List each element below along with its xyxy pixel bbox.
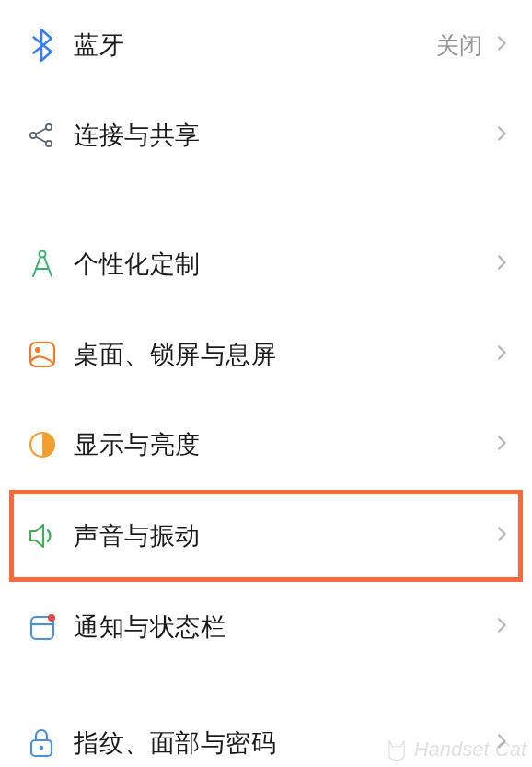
svg-rect-6 <box>30 343 54 366</box>
item-notification-status[interactable]: 通知与状态栏 <box>0 582 532 672</box>
chevron-right-icon <box>492 252 512 276</box>
item-label: 声音与振动 <box>74 519 492 552</box>
chevron-right-icon <box>492 524 512 548</box>
svg-point-13 <box>40 746 43 750</box>
item-connect-share[interactable]: 连接与共享 <box>0 90 532 180</box>
chevron-right-icon <box>492 123 512 147</box>
svg-point-7 <box>35 347 40 353</box>
share-icon <box>28 121 74 150</box>
item-label: 通知与状态栏 <box>74 610 492 644</box>
group-divider <box>0 180 532 219</box>
item-label: 个性化定制 <box>74 248 492 281</box>
compass-icon <box>28 249 74 280</box>
chevron-right-icon <box>492 343 512 366</box>
brightness-icon <box>28 430 74 459</box>
item-display-brightness[interactable]: 显示与亮度 <box>0 400 532 490</box>
chevron-right-icon <box>492 33 512 57</box>
settings-list: 蓝牙 关闭 连接与共享 个性化定制 <box>0 0 532 767</box>
item-value: 关闭 <box>436 30 482 61</box>
lock-icon <box>28 727 74 759</box>
wallpaper-icon <box>28 340 74 369</box>
speaker-icon <box>28 521 74 551</box>
svg-line-4 <box>36 137 46 143</box>
svg-point-11 <box>48 614 55 622</box>
chevron-right-icon <box>492 615 512 639</box>
item-desktop-lock[interactable]: 桌面、锁屏与息屏 <box>0 309 532 400</box>
item-personalize[interactable]: 个性化定制 <box>0 219 532 309</box>
item-label: 桌面、锁屏与息屏 <box>74 338 492 371</box>
svg-point-1 <box>46 124 52 130</box>
bluetooth-icon <box>28 29 74 62</box>
svg-point-0 <box>30 133 36 138</box>
item-bluetooth[interactable]: 蓝牙 关闭 <box>0 0 532 90</box>
notification-icon <box>28 612 74 642</box>
watermark: Handset Cat <box>385 738 526 761</box>
group-divider <box>0 672 532 711</box>
item-label: 连接与共享 <box>74 119 492 152</box>
svg-line-3 <box>36 129 46 134</box>
chevron-right-icon <box>492 433 512 457</box>
svg-point-2 <box>46 141 52 146</box>
item-label: 蓝牙 <box>74 29 436 62</box>
item-label: 显示与亮度 <box>74 428 492 461</box>
watermark-text: Handset Cat <box>414 738 526 761</box>
item-sound-vibration[interactable]: 声音与振动 <box>9 490 523 582</box>
